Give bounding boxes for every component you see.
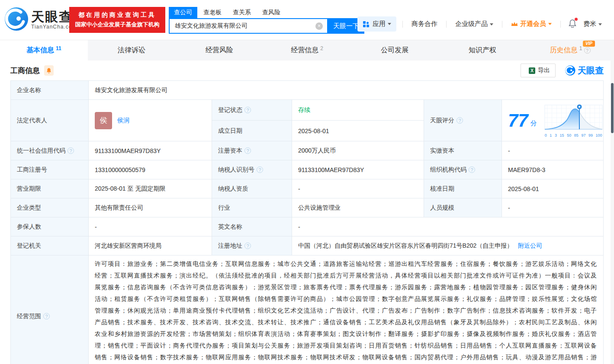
field-english-name-value: - xyxy=(292,217,604,236)
help-icon[interactable]: ? xyxy=(584,47,591,54)
nav-vip-label: 开通会员 xyxy=(520,20,546,28)
tab-label: 经营信息 xyxy=(291,46,318,55)
table-row: 经营范围? 许可项目：旅游业务；第二类增值电信业务；互联网信息服务；城市公共交通… xyxy=(11,255,604,364)
score-number: 77 xyxy=(508,112,528,130)
notification-bell-icon[interactable] xyxy=(569,19,576,29)
field-reg-number-value: 133100000050579 xyxy=(89,160,212,179)
tab-count: 1 xyxy=(579,45,582,51)
search-tab-relation[interactable]: 查关系 xyxy=(233,9,251,18)
watermark-label: 天眼查 xyxy=(578,65,604,77)
field-business-scope-value: 许可项目：旅游业务；第二类增值电信业务；互联网信息服务；城市公共交通；道路旅客运… xyxy=(89,255,604,364)
tab-label: 法律诉讼 xyxy=(118,46,145,55)
subscribe-bell-icon[interactable] xyxy=(44,65,54,76)
tab-operation-risk[interactable]: 经营风险 xyxy=(175,40,263,61)
tab-intellectual-property[interactable]: 知识产权 xyxy=(439,40,527,61)
score-axis-ticks: 01 315 5085 9799 100 xyxy=(545,133,602,137)
field-taxpayer-id-value: 91133100MAER97D83Y xyxy=(292,160,424,179)
site-logo[interactable]: 天眼查 TianYanCha.com xyxy=(4,7,77,33)
field-org-code-label: 组织机构代码? xyxy=(424,160,502,179)
tab-label: 经营风险 xyxy=(206,46,233,55)
tab-basic-info[interactable]: 基本信息 11 xyxy=(0,40,88,61)
field-industry-label: 行业 xyxy=(212,198,292,217)
field-business-term-value: 2025-08-01 至 无固定期限 xyxy=(89,179,212,198)
nav-enterprise-label: 企业级产品 xyxy=(455,20,488,27)
avatar[interactable]: 侯 xyxy=(95,112,112,129)
nav-enterprise[interactable]: 企业级产品 xyxy=(455,20,493,28)
tab-label: 基本信息 xyxy=(26,46,54,55)
field-credit-code-label: 统一社会信用代码? xyxy=(11,141,89,160)
legal-rep-link[interactable]: 侯润 xyxy=(117,117,129,125)
field-company-type-value: 其他有限责任公司 xyxy=(89,198,212,217)
help-icon[interactable]: ? xyxy=(244,243,251,249)
nav-user[interactable]: 费米 xyxy=(583,20,602,28)
table-row: 营业期限 2025-08-01 至 无固定期限 纳税人资质 - 核准日期 202… xyxy=(11,179,604,198)
help-icon[interactable]: ? xyxy=(456,117,463,124)
table-row: 法定代表人 侯 侯润 登记状态? 存续 天眼评分? 77 分 xyxy=(11,100,604,121)
top-nav: 应用 商务合作 企业级产品 开通会员 xyxy=(357,16,604,32)
search-tab-boss[interactable]: 查老板 xyxy=(203,9,222,18)
field-org-code-value: MAER97D8-3 xyxy=(502,160,604,179)
help-icon[interactable]: ? xyxy=(43,313,50,319)
field-taxpayer-quality-label: 纳税人资质 xyxy=(212,179,292,198)
search-tab-risk[interactable]: 查风险 xyxy=(262,9,280,18)
table-row: 企业名称 雄安文化旅游发展有限公司 xyxy=(11,81,604,100)
field-business-scope-label: 经营范围? xyxy=(11,255,89,364)
search-area: 查公司 查老板 查关系 查风险 × 天眼一下 xyxy=(169,7,364,34)
tab-history-info[interactable]: VIP 历史信息 1 ? xyxy=(526,40,614,61)
tab-count: 11 xyxy=(56,45,61,51)
search-tab-company[interactable]: 查公司 xyxy=(169,7,197,18)
promo-banner-line2: 国家中小企业发展子基金旗下机构 xyxy=(75,21,160,29)
tianyancha-logo-icon xyxy=(565,65,575,76)
tianyancha-watermark: 天眼查 xyxy=(565,65,604,77)
tab-company-development[interactable]: 公司发展 xyxy=(351,40,439,61)
export-button[interactable]: X 导出 xyxy=(521,64,556,77)
tab-count: 2 xyxy=(320,45,323,51)
help-icon[interactable]: ? xyxy=(68,147,74,154)
search-tabs: 查公司 查老板 查关系 查风险 xyxy=(169,7,364,18)
help-icon[interactable]: ? xyxy=(244,107,251,113)
promo-banner-line1: 都在用的商业查询工具 xyxy=(78,11,156,19)
nav-user-label: 费米 xyxy=(583,20,596,27)
promo-banner: 都在用的商业查询工具 国家中小企业发展子基金旗下机构 xyxy=(69,7,165,33)
divider xyxy=(402,21,403,28)
field-legal-rep-value: 侯 侯润 xyxy=(89,100,212,141)
field-staff-size-value: - xyxy=(502,198,604,217)
scrollbar[interactable] xyxy=(611,41,614,364)
export-label: 导出 xyxy=(538,67,550,74)
tab-operation-info[interactable]: 经营信息 2 xyxy=(263,40,351,61)
chevron-down-icon xyxy=(490,23,493,26)
clear-icon[interactable]: × xyxy=(315,22,323,30)
field-paid-capital-label: 实缴资本 xyxy=(424,141,502,160)
help-icon[interactable]: ? xyxy=(469,166,475,173)
divider xyxy=(560,21,561,28)
field-approval-date-label: 核准日期 xyxy=(424,179,502,198)
nearby-companies-link[interactable]: 附近公司 xyxy=(518,242,542,249)
tab-legal-litigation[interactable]: 法律诉讼 xyxy=(88,40,176,61)
nav-vip[interactable]: 开通会员 xyxy=(511,20,552,28)
search-input-wrap: × xyxy=(169,18,328,34)
nav-cooperation[interactable]: 商务合作 xyxy=(411,20,437,28)
field-reg-address-label: 注册地址? xyxy=(212,236,292,255)
score-unit: 分 xyxy=(530,119,537,128)
tab-label: 历史信息 xyxy=(550,46,578,55)
help-icon[interactable]: ? xyxy=(244,147,251,154)
tab-label: 知识产权 xyxy=(469,46,496,55)
divider xyxy=(446,21,447,28)
section-title-wrap: 工商信息 xyxy=(10,65,54,76)
section-actions: X 导出 天眼查 xyxy=(521,64,604,77)
search-input[interactable] xyxy=(170,19,327,33)
scrollbar-thumb[interactable] xyxy=(611,83,614,133)
field-score-label: 天眼评分? xyxy=(424,100,502,141)
tianyancha-logo-icon xyxy=(4,7,29,33)
field-reg-status-value: 存续 xyxy=(292,100,424,121)
help-icon[interactable]: ? xyxy=(257,166,263,173)
field-score-value: 77 分 xyxy=(502,100,604,141)
tianyancha-company-page: 天眼查 TianYanCha.com 都在用的商业查询工具 国家中小企业发展子基… xyxy=(0,0,614,364)
field-paid-capital-value: - xyxy=(502,141,604,160)
nav-apps[interactable]: 应用 xyxy=(357,16,396,32)
field-reg-capital-label: 注册资本? xyxy=(212,141,292,160)
field-reg-status-label: 登记状态? xyxy=(212,100,292,121)
divider xyxy=(502,21,502,28)
field-reg-number-label: 工商注册号 xyxy=(11,160,89,179)
business-info-table: 企业名称 雄安文化旅游发展有限公司 法定代表人 侯 侯润 登记状态? 存续 天眼… xyxy=(10,80,604,364)
